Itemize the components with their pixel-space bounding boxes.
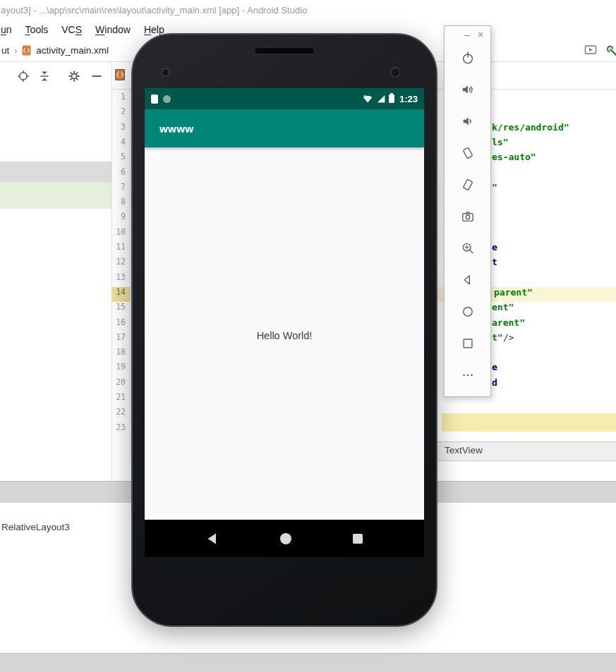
sensor-dot bbox=[390, 67, 401, 78]
notification-card-icon bbox=[151, 94, 158, 104]
chevron-right-icon: › bbox=[14, 46, 17, 56]
code-fragment: parent" bbox=[494, 287, 533, 302]
app-title: wwww bbox=[159, 123, 193, 135]
line-number: 16 bbox=[111, 317, 130, 332]
battery-icon bbox=[389, 94, 394, 103]
rotate-left-icon[interactable] bbox=[457, 142, 478, 164]
line-number: 21 bbox=[111, 392, 130, 407]
code-fragment: e bbox=[492, 242, 497, 257]
code-fragment: " bbox=[492, 182, 497, 197]
component-tree-item[interactable]: RelativeLayout3 bbox=[1, 522, 70, 532]
status-strip bbox=[0, 653, 616, 672]
code-fragment: ls" bbox=[492, 137, 508, 152]
menu-tools[interactable]: Tools bbox=[19, 22, 56, 37]
menu-un[interactable]: un bbox=[0, 22, 19, 37]
app-bar: wwww bbox=[145, 109, 424, 147]
line-number: 14 bbox=[111, 287, 130, 302]
phone-screen[interactable]: 1:23 wwww Hello World! bbox=[145, 88, 424, 557]
breadcrumb-prefix[interactable]: ut bbox=[1, 45, 9, 56]
code-fragment: arent" bbox=[492, 317, 525, 332]
hello-world-text: Hello World! bbox=[145, 330, 424, 341]
window-title: ayout3] - ...\app\src\main\res\layout\ac… bbox=[1, 5, 307, 16]
gear-icon[interactable] bbox=[68, 70, 80, 83]
line-number: 8 bbox=[111, 197, 130, 212]
line-number: 10 bbox=[111, 227, 130, 242]
line-number: 19 bbox=[111, 362, 130, 377]
line-number: 11 bbox=[111, 242, 130, 257]
code-fragment: d bbox=[492, 377, 497, 392]
line-number: 5 bbox=[111, 152, 130, 166]
code-fragment: ent" bbox=[492, 302, 514, 317]
menu-vcs[interactable]: VCS bbox=[55, 22, 89, 37]
more-icon[interactable] bbox=[457, 365, 478, 386]
line-number: 4 bbox=[111, 137, 130, 152]
run-device-icon[interactable] bbox=[584, 44, 598, 57]
speaker-grill bbox=[254, 47, 315, 54]
power-icon[interactable] bbox=[457, 47, 478, 68]
code-fragment: k/res/android" bbox=[492, 122, 569, 137]
front-camera bbox=[161, 68, 170, 77]
rotate-right-icon[interactable] bbox=[457, 174, 478, 195]
line-number: 6 bbox=[111, 167, 130, 182]
line-number: 1 bbox=[111, 92, 130, 106]
volume-down-icon[interactable] bbox=[457, 111, 478, 132]
emulator-phone-frame: 1:23 wwww Hello World! bbox=[131, 33, 437, 627]
home-icon[interactable] bbox=[457, 301, 478, 322]
overview-icon[interactable] bbox=[457, 333, 478, 354]
camera-icon[interactable] bbox=[457, 206, 478, 227]
breadcrumb-file[interactable]: activity_main.xml bbox=[36, 45, 109, 56]
wifi-off-icon bbox=[363, 94, 373, 103]
phone-status-bar: 1:23 bbox=[145, 88, 424, 109]
line-number: 23 bbox=[111, 422, 130, 437]
notification-dot-icon bbox=[163, 95, 171, 103]
xml-file-icon bbox=[22, 45, 31, 56]
line-number: 17 bbox=[111, 332, 130, 347]
line-number: 13 bbox=[111, 272, 130, 287]
code-fragment: t" bbox=[492, 332, 503, 347]
collapse-icon[interactable] bbox=[38, 70, 51, 83]
line-number: 22 bbox=[111, 407, 130, 422]
back-icon[interactable] bbox=[457, 269, 478, 291]
back-button[interactable] bbox=[206, 532, 218, 545]
line-number: 12 bbox=[111, 257, 130, 271]
gutter: 1234567891011121314151617181920212223 bbox=[111, 92, 130, 441]
line-number: 7 bbox=[111, 182, 130, 197]
recents-button[interactable] bbox=[353, 534, 363, 544]
line-number: 3 bbox=[111, 122, 130, 137]
close-button[interactable]: × bbox=[478, 30, 483, 39]
line-number: 18 bbox=[111, 347, 130, 362]
code-fragment: es-auto" bbox=[492, 152, 536, 166]
minimize-button[interactable]: – bbox=[464, 30, 470, 39]
code-fragment: t bbox=[492, 257, 497, 271]
minus-icon[interactable] bbox=[90, 70, 103, 83]
signal-icon bbox=[377, 94, 385, 103]
window-title-bar: ayout3] - ...\app\src\main\res\layout\ac… bbox=[0, 0, 616, 20]
emulator-toolbar: – × bbox=[444, 25, 491, 397]
target-icon[interactable] bbox=[17, 70, 30, 83]
line-number: 20 bbox=[111, 377, 130, 392]
wrench-icon[interactable] bbox=[604, 43, 616, 56]
editor-tab-file-icon[interactable] bbox=[115, 69, 128, 82]
menu-window[interactable]: Window bbox=[89, 22, 138, 37]
line-number: 2 bbox=[111, 106, 130, 121]
clock-text: 1:23 bbox=[399, 94, 418, 104]
code-fragment: e bbox=[492, 362, 497, 377]
volume-up-icon[interactable] bbox=[457, 79, 478, 100]
line-number: 9 bbox=[111, 212, 130, 226]
code-fragment: /> bbox=[503, 332, 514, 347]
home-button[interactable] bbox=[280, 533, 291, 544]
line-number: 15 bbox=[111, 302, 130, 317]
zoom-icon[interactable] bbox=[457, 238, 478, 259]
app-content[interactable]: Hello World! bbox=[145, 147, 424, 520]
android-nav-bar bbox=[145, 520, 424, 557]
